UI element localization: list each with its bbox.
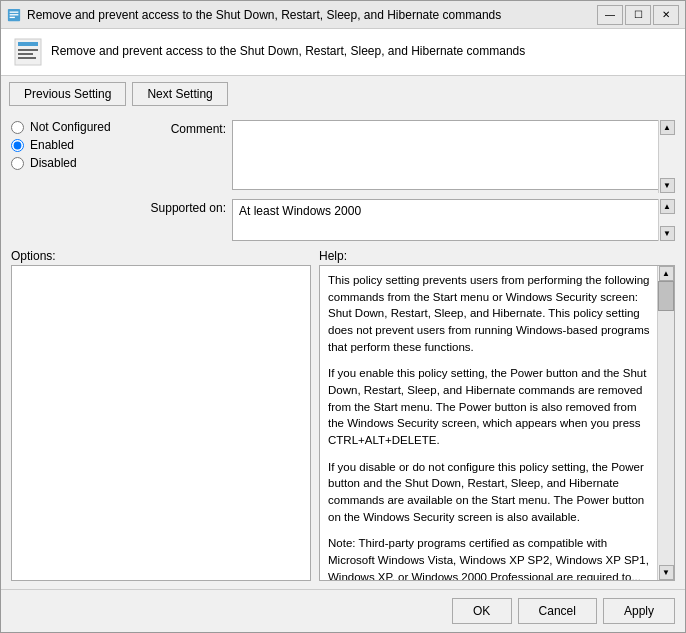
bottom-bar: OK Cancel Apply [1,589,685,632]
help-scroll-track [658,281,674,565]
next-setting-button[interactable]: Next Setting [132,82,227,106]
form-area: Not Configured Enabled Disabled Comm [11,120,675,241]
title-bar-controls: — ☐ ✕ [597,5,679,25]
help-scroll-thumb[interactable] [658,281,674,311]
comment-scroll-up[interactable]: ▲ [660,120,675,135]
svg-rect-3 [10,16,15,17]
apply-button[interactable]: Apply [603,598,675,624]
help-paragraph-1: This policy setting prevents users from … [328,272,654,355]
help-panel: This policy setting prevents users from … [319,265,675,581]
comment-field-row: Comment: ▲ ▼ [141,120,675,193]
comment-box-wrap: ▲ ▼ [232,120,675,193]
header-icon [13,37,43,67]
comment-textarea[interactable] [232,120,675,190]
radio-column: Not Configured Enabled Disabled [11,120,131,241]
comment-scrollbar: ▲ ▼ [658,120,675,193]
radio-section: Not Configured Enabled Disabled [11,120,131,170]
svg-rect-7 [18,53,33,55]
close-button[interactable]: ✕ [653,5,679,25]
title-bar: Remove and prevent access to the Shut Do… [1,1,685,29]
help-paragraph-2: If you enable this policy setting, the P… [328,365,654,448]
svg-rect-2 [10,14,19,15]
header-section: Remove and prevent access to the Shut Do… [1,29,685,76]
help-text-wrap: This policy setting prevents users from … [319,265,675,581]
help-label: Help: [319,249,347,263]
not-configured-label: Not Configured [30,120,111,134]
options-box [11,265,311,581]
options-panel [11,265,311,581]
comment-scroll-down[interactable]: ▼ [660,178,675,193]
disabled-label: Disabled [30,156,77,170]
supported-scroll-down[interactable]: ▼ [660,226,675,241]
supported-field-row: Supported on: At least Windows 2000 ▲ ▼ [141,199,675,241]
disabled-radio[interactable] [11,157,24,170]
bottom-section: This policy setting prevents users from … [11,265,675,581]
content-area: Not Configured Enabled Disabled Comm [1,112,685,589]
help-scrollbar: ▲ ▼ [657,266,674,580]
svg-rect-8 [18,57,36,59]
cancel-button[interactable]: Cancel [518,598,597,624]
options-label: Options: [11,249,56,263]
minimize-button[interactable]: — [597,5,623,25]
maximize-button[interactable]: ☐ [625,5,651,25]
help-paragraph-4: Note: Third-party programs certified as … [328,535,654,580]
main-window: Remove and prevent access to the Shut Do… [0,0,686,633]
disabled-radio-row[interactable]: Disabled [11,156,131,170]
help-paragraph-3: If you disable or do not configure this … [328,459,654,526]
header-title: Remove and prevent access to the Shut Do… [51,44,525,60]
help-scroll-up[interactable]: ▲ [659,266,674,281]
not-configured-radio[interactable] [11,121,24,134]
ok-button[interactable]: OK [452,598,512,624]
supported-scroll-up[interactable]: ▲ [660,199,675,214]
comment-label: Comment: [141,120,226,136]
title-bar-text: Remove and prevent access to the Shut Do… [27,8,501,22]
previous-setting-button[interactable]: Previous Setting [9,82,126,106]
supported-value: At least Windows 2000 [232,199,675,241]
enabled-radio[interactable] [11,139,24,152]
help-text: This policy setting prevents users from … [320,266,674,580]
supported-box-wrap: At least Windows 2000 ▲ ▼ [232,199,675,241]
enabled-radio-row[interactable]: Enabled [11,138,131,152]
enabled-label: Enabled [30,138,74,152]
supported-label: Supported on: [141,199,226,215]
section-labels: Options: Help: [11,249,675,263]
title-bar-left: Remove and prevent access to the Shut Do… [7,8,501,22]
not-configured-radio-row[interactable]: Not Configured [11,120,131,134]
toolbar: Previous Setting Next Setting [1,76,685,112]
fields-column: Comment: ▲ ▼ Supported on: At least [141,120,675,241]
svg-rect-1 [10,11,19,12]
window-icon [7,8,21,22]
supported-scrollbar: ▲ ▼ [658,199,675,241]
help-scroll-down[interactable]: ▼ [659,565,674,580]
svg-rect-6 [18,49,38,51]
svg-rect-5 [18,42,38,46]
